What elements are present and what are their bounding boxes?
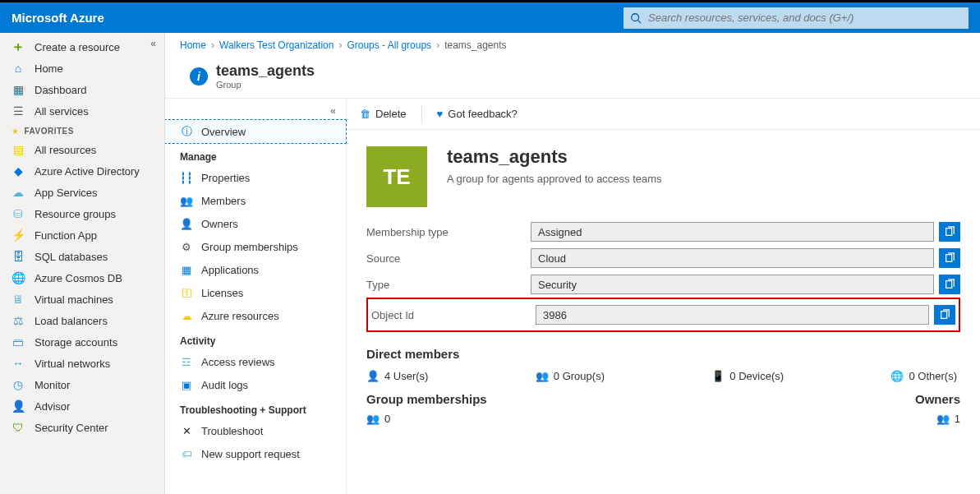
menu-properties[interactable]: ┇┇Properties <box>165 166 346 189</box>
key-icon: ⚿ <box>180 286 193 299</box>
menu-support[interactable]: 🏷New support request <box>165 442 346 465</box>
menu-label: Access reviews <box>201 356 275 368</box>
block-value[interactable]: 👥0 <box>366 413 487 425</box>
crumb-current: teams_agents <box>444 39 506 51</box>
nav-create-resource[interactable]: ＋Create a resource <box>0 36 164 58</box>
nav-vnet[interactable]: ↔Virtual networks <box>0 353 164 374</box>
storage-icon: 🗃 <box>12 335 25 349</box>
group-memberships-block: Group memberships 👥0 <box>366 392 487 425</box>
nav-advisor[interactable]: 👤Advisor <box>0 395 164 417</box>
menu-overview[interactable]: ⓘOverview <box>165 120 346 143</box>
copy-icon <box>944 226 955 238</box>
owners-icon: 👥 <box>936 413 950 425</box>
svg-rect-5 <box>941 312 947 319</box>
blade-content: 🗑Delete ♥Got feedback? TE teams_agents A… <box>347 99 980 494</box>
cloud-icon: ☁ <box>180 309 193 322</box>
block-value[interactable]: 👥1 <box>915 413 960 425</box>
nav-label: Azure Cosmos DB <box>35 272 122 284</box>
prop-value: Security <box>531 275 934 294</box>
nav-sql[interactable]: 🗄SQL databases <box>0 246 164 267</box>
top-bar: Microsoft Azure <box>0 0 980 33</box>
cmd-label: Got feedback? <box>448 108 518 120</box>
search-input[interactable] <box>648 12 962 24</box>
grid-icon: ▤ <box>12 143 25 156</box>
crumb-home[interactable]: Home <box>180 39 206 51</box>
menu-label: Troubleshoot <box>201 425 263 437</box>
nav-label: Advisor <box>35 400 70 413</box>
crumb-org[interactable]: Walkers Test Organization <box>219 39 334 51</box>
blade-subtitle: Group <box>216 80 315 90</box>
prop-row-objectid: Object Id 3986 <box>371 302 955 328</box>
menu-azure-resources[interactable]: ☁Azure resources <box>165 304 346 327</box>
collapse-left-nav[interactable]: « <box>150 38 156 49</box>
menu-owners[interactable]: 👤Owners <box>165 212 346 235</box>
nav-dashboard[interactable]: ▦Dashboard <box>0 79 164 100</box>
menu-group-memberships[interactable]: ⚙Group memberships <box>165 235 346 258</box>
menu-header-manage: Manage <box>165 143 346 166</box>
copy-button[interactable] <box>934 305 955 325</box>
shield-icon: 🛡 <box>12 421 25 434</box>
owners-icon: 👤 <box>180 217 193 230</box>
nav-security[interactable]: 🛡Security Center <box>0 417 164 438</box>
menu-label: Azure resources <box>201 310 279 322</box>
menu-label: Members <box>201 195 246 207</box>
home-icon: ⌂ <box>12 62 25 75</box>
nav-lb[interactable]: ⚖Load balancers <box>0 310 164 331</box>
direct-members-section: Direct members 👤4 User(s) 👥0 Group(s) 📱0… <box>347 335 980 384</box>
blade-header: i teams_agents Group <box>165 58 980 98</box>
group-name: teams_agents <box>447 146 662 168</box>
nav-vm[interactable]: 🖥Virtual machines <box>0 289 164 310</box>
nav-all-resources[interactable]: ▤All resources <box>0 139 164 160</box>
menu-label: Properties <box>201 172 250 184</box>
brand-label: Microsoft Azure <box>12 11 104 25</box>
menu-applications[interactable]: ▦Applications <box>165 258 346 281</box>
menu-members[interactable]: 👥Members <box>165 189 346 212</box>
properties-table: Membership type Assigned Source Cloud Ty… <box>347 215 980 335</box>
prop-value: 3986 <box>536 305 929 325</box>
nav-app-services[interactable]: ☁App Services <box>0 182 164 203</box>
left-nav: « ＋Create a resource ⌂Home ▦Dashboard ☰A… <box>0 33 165 494</box>
resourcegroups-icon: ⛁ <box>12 207 25 220</box>
groups-icon: 👥 <box>366 413 380 425</box>
menu-header-trouble: Troubleshooting + Support <box>165 396 346 419</box>
menu-troubleshoot[interactable]: ✕Troubleshoot <box>165 419 346 442</box>
copy-button[interactable] <box>939 222 960 242</box>
vnet-icon: ↔ <box>12 357 25 370</box>
crumb-groups[interactable]: Groups - All groups <box>347 39 431 51</box>
nav-label: Storage accounts <box>35 336 117 349</box>
menu-audit-logs[interactable]: ▣Audit logs <box>165 373 346 396</box>
nav-cosmos[interactable]: 🌐Azure Cosmos DB <box>0 267 164 289</box>
nav-resource-groups[interactable]: ⛁Resource groups <box>0 203 164 224</box>
nav-home[interactable]: ⌂Home <box>0 58 164 79</box>
global-search[interactable] <box>623 7 968 29</box>
stat-users[interactable]: 👤4 User(s) <box>366 369 428 382</box>
nav-function-app[interactable]: ⚡Function App <box>0 224 164 246</box>
function-icon: ⚡ <box>12 229 25 242</box>
block-header: Group memberships <box>366 392 487 406</box>
nav-label: Monitor <box>35 379 70 391</box>
feedback-button[interactable]: ♥Got feedback? <box>437 108 518 120</box>
nav-monitor[interactable]: ◷Monitor <box>0 374 164 395</box>
stat-groups[interactable]: 👥0 Group(s) <box>536 369 605 382</box>
menu-label: Owners <box>201 218 238 230</box>
stat-devices[interactable]: 📱0 Device(s) <box>711 369 784 382</box>
prop-value: Cloud <box>531 248 934 268</box>
nav-storage[interactable]: 🗃Storage accounts <box>0 331 164 353</box>
copy-button[interactable] <box>939 275 960 294</box>
menu-access-reviews[interactable]: ☲Access reviews <box>165 350 346 373</box>
stat-label: 0 Other(s) <box>909 370 957 382</box>
apps-icon: ▦ <box>180 263 193 276</box>
dashboard-icon: ▦ <box>12 83 25 96</box>
search-icon <box>630 12 642 24</box>
nav-label: Load balancers <box>35 315 108 327</box>
nav-aad[interactable]: ◆Azure Active Directory <box>0 160 164 182</box>
group-avatar: TE <box>366 146 427 207</box>
stat-others[interactable]: 🌐0 Other(s) <box>890 369 957 382</box>
copy-button[interactable] <box>939 248 960 268</box>
menu-licenses[interactable]: ⚿Licenses <box>165 281 346 304</box>
command-bar: 🗑Delete ♥Got feedback? <box>347 99 980 130</box>
collapse-blade-menu[interactable]: « <box>165 105 346 120</box>
stat-label: 0 Device(s) <box>729 370 784 382</box>
nav-all-services[interactable]: ☰All services <box>0 100 164 122</box>
delete-button[interactable]: 🗑Delete <box>360 108 407 120</box>
